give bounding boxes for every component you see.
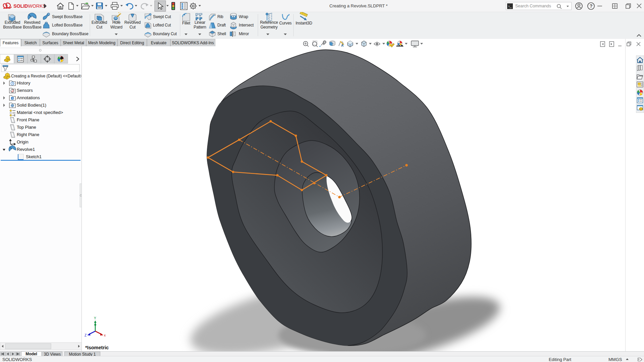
svg-text:?: ? — [590, 3, 593, 9]
svg-text:A: A — [11, 97, 13, 100]
svg-text:*Isometric: *Isometric — [85, 345, 109, 350]
svg-text:A: A — [341, 44, 343, 47]
svg-text:x: x — [104, 334, 106, 337]
svg-text:SOLIDWORKS: SOLIDWORKS — [13, 3, 46, 9]
svg-text:Y: Y — [94, 316, 96, 320]
svg-text:Z: Z — [85, 334, 87, 337]
